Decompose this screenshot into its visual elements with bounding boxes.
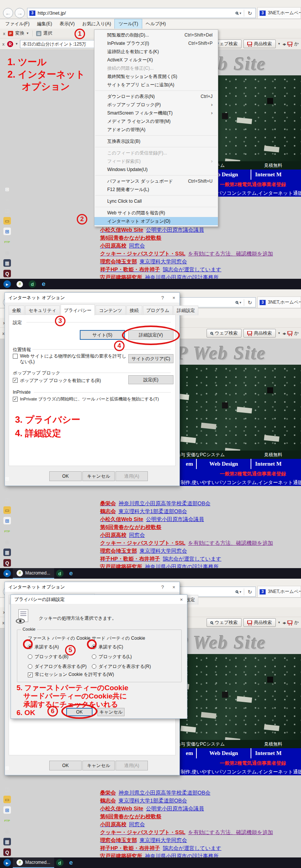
cart-icon[interactable] <box>287 331 292 335</box>
close-toolbar-icon[interactable]: x <box>3 31 5 36</box>
cancel-button[interactable]: キャンセル <box>82 761 115 770</box>
location-checkbox-row[interactable]: Web サイトによる物理的な位置情報の要求を許可しない(L) <box>13 353 128 365</box>
help-icon[interactable]: ? <box>157 295 168 301</box>
radio-icon[interactable] <box>28 664 32 669</box>
taskbar-macromedia-button[interactable]: fl Macromed... <box>13 568 54 579</box>
url-text[interactable]: http://3net.jp/ <box>38 10 236 16</box>
apply-button[interactable]: 適用(A) <box>116 471 148 481</box>
site-link[interactable]: 理窓会埼玉支部東京理科大学同窓会 <box>100 548 273 556</box>
pdf-select-button[interactable]: 選択 <box>43 30 52 37</box>
cancel-button[interactable]: キャンセル <box>97 708 125 716</box>
browser-tab[interactable]: 3 3NET,ホームページ制... <box>257 296 301 308</box>
site-link[interactable]: 理窓会埼玉支部東京理科大学同窓会 <box>100 837 273 845</box>
site-link[interactable]: クッキー・ジャバスクリプト・SSLを有効にする方法、確認機能を追加 <box>100 251 273 258</box>
checkbox-checked[interactable] <box>13 378 18 383</box>
ok-button[interactable]: OK <box>49 761 82 770</box>
tools-menu-item[interactable]: インターネット オプション(O) <box>94 217 218 225</box>
tools-menu-item[interactable]: メディア ライセンスの管理(M) <box>94 117 218 125</box>
chevron-down-icon[interactable]: ▼ <box>278 332 281 335</box>
tools-menu-item[interactable]: SmartScreen フィルター機能(T) › <box>94 109 218 117</box>
back-button[interactable]: ← <box>3 8 13 18</box>
checkbox-checked[interactable] <box>13 397 18 402</box>
site-link[interactable]: 小松久信Web Site公明党小田原市議会議員 <box>100 805 273 813</box>
dialog-tab[interactable]: コンテンツ <box>96 306 125 315</box>
site-link[interactable]: 鶴志会東京理科大学1部柔道部OB会 <box>100 508 273 516</box>
tools-menu-item[interactable] <box>95 175 217 176</box>
tools-menu-item[interactable] <box>95 195 217 196</box>
inprivate-checkbox-row[interactable]: InPrivate ブラウズの開始時に、ツール バーと拡張機能を無効にする(T) <box>13 396 159 402</box>
tools-menu-item[interactable]: サイトをアプリ ビューに追加(A) <box>94 81 218 89</box>
site-link[interactable]: 小田原高校同窓会 <box>100 532 273 540</box>
checkbox-unchecked[interactable] <box>13 354 18 359</box>
product-search-button[interactable]: 商品検索 <box>243 329 276 338</box>
tools-menu-item[interactable]: 接続の問題を修正(C)... <box>94 64 218 72</box>
taskbar-macromedia-button[interactable]: fl Macromed... <box>13 857 54 868</box>
radio-option[interactable]: 承諾する(C) <box>92 642 151 652</box>
site-link[interactable]: 鶴志会東京理科大学1部柔道部OB会 <box>100 798 273 805</box>
tools-menu-item[interactable]: Windows Update(U) <box>94 165 218 174</box>
search-icon[interactable] <box>236 301 238 304</box>
tools-menu-item[interactable]: 互換表示設定(B) <box>94 137 218 145</box>
menu-bar-item[interactable]: お気に入り(A) <box>78 19 115 29</box>
dialog-tab[interactable]: 全般 <box>9 306 24 315</box>
close-icon[interactable]: × <box>168 584 179 590</box>
help-icon[interactable]: ? <box>157 584 168 590</box>
product-search-button[interactable]: 商品検索 <box>243 618 276 627</box>
split-pane-icon[interactable]: ◂▸ <box>283 620 286 625</box>
chevron-down-icon[interactable]: ▼ <box>278 621 281 624</box>
web-search-button[interactable]: ウェブ検索 <box>207 329 242 338</box>
tools-menu-item[interactable]: このフィードの受信登録(F)... <box>94 149 218 157</box>
rakuten-icon[interactable]: R <box>7 41 13 47</box>
chevron-down-icon[interactable]: ▼ <box>15 42 18 46</box>
radio-icon[interactable] <box>92 664 96 669</box>
tools-menu-item[interactable]: Lync Click to Call <box>94 197 218 205</box>
site-link[interactable]: 第6回青春かながわ校歌祭 <box>100 524 273 532</box>
clear-sites-button[interactable]: サイトのクリア(C) <box>128 354 173 363</box>
site-link[interactable]: 小田原高校同窓会 <box>100 821 273 829</box>
menu-bar-item[interactable]: 表示(V) <box>56 19 78 29</box>
refresh-icon[interactable]: ↻ <box>248 589 252 595</box>
cart-icon[interactable] <box>287 620 292 624</box>
checkbox-checked[interactable] <box>28 672 33 677</box>
apply-button[interactable]: 適用(A) <box>116 761 148 770</box>
tools-menu-item[interactable]: フィード探索(E) › <box>94 157 218 165</box>
taskbar-macromedia-button[interactable]: fl Macromed... <box>13 279 27 289</box>
dialog-tab[interactable]: プライバシー <box>61 304 95 315</box>
split-pane-icon[interactable]: ◂▸ <box>283 41 286 47</box>
radio-icon[interactable] <box>28 654 32 659</box>
cancel-button[interactable]: キャンセル <box>82 471 115 481</box>
pdf-convert-button[interactable]: 変換 <box>15 30 24 37</box>
address-bar[interactable]: 3 http://3net.jp/ ▾ ↻ <box>27 8 256 18</box>
tools-menu-item[interactable]: 最終閲覧セッションを再度開く(S) <box>94 72 218 81</box>
forward-button[interactable]: → <box>15 8 25 18</box>
dialog-tab[interactable]: セキュリティ <box>25 306 60 315</box>
dialog-tab[interactable]: 詳細設定 <box>173 306 198 315</box>
tools-menu-item[interactable]: Web サイトの問題を報告(R) <box>94 209 218 217</box>
menu-bar-item[interactable]: ツール(T) <box>115 19 142 29</box>
tools-menu-item[interactable]: ポップアップ ブロック(P) › <box>94 101 218 109</box>
radio-option[interactable]: 承諾する(A) <box>28 642 87 652</box>
tools-menu-item[interactable]: ActiveX フィルター(X) <box>94 56 218 64</box>
site-link[interactable]: 桑栄会神奈川県立小田原高等学校柔道部OB会 <box>100 790 273 798</box>
sites-button[interactable]: サイト(S) <box>80 330 125 340</box>
dialog-tab[interactable]: プログラム <box>143 306 173 315</box>
site-link[interactable]: 小田原高校同窓会 <box>100 243 273 251</box>
site-link[interactable]: 第6回青春かながわ校歌祭 <box>100 813 273 821</box>
site-link[interactable]: 小松久信Web Site公明党小田原市議会議員 <box>100 227 273 235</box>
close-icon[interactable]: × <box>176 597 187 602</box>
browser-tab[interactable]: 3 3NET,ホームページ制... <box>257 586 301 597</box>
popup-settings-button[interactable]: 設定(E) <box>128 375 173 384</box>
radio-option[interactable]: ブロックする(B) <box>28 652 87 662</box>
tools-menu-item[interactable]: 閲覧履歴の削除(D)... Ctrl+Shift+Del <box>94 31 218 39</box>
tools-menu-item[interactable]: F12 開発者ツール(L) <box>94 185 218 194</box>
site-link[interactable]: 第6回青春かながわ校歌祭 <box>100 235 273 243</box>
tools-menu-item[interactable]: 追跡防止を有効にする(K) <box>94 47 218 56</box>
radio-option[interactable]: ブロックする(L) <box>92 652 151 662</box>
site-link[interactable]: 祥子HP・歌姫・布井祥子鵠志会が運営しています <box>100 266 273 274</box>
tools-menu-item[interactable] <box>95 135 217 136</box>
split-pane-icon[interactable]: ◂▸ <box>283 331 286 336</box>
menu-bar-item[interactable]: ファイル(F) <box>2 19 33 29</box>
chevron-down-icon[interactable]: ▼ <box>278 42 281 46</box>
site-link[interactable]: 理窓会埼玉支部東京理科大学同窓会 <box>100 258 273 266</box>
tools-menu-item[interactable] <box>95 90 217 91</box>
